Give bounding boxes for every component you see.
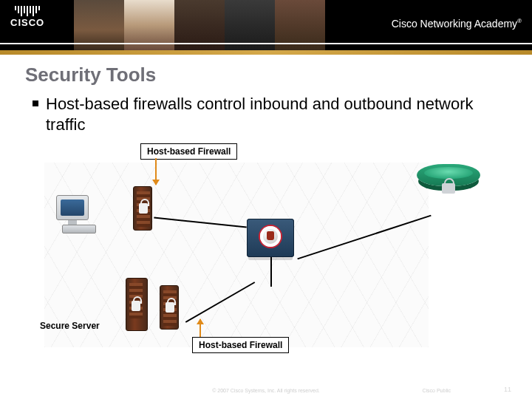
firewall-appliance-icon: [247, 219, 294, 257]
label-secure-server: Secure Server: [40, 321, 100, 331]
cisco-wordmark: CISCO: [10, 17, 44, 28]
label-host-firewall-top: Host-based Firewall: [140, 143, 237, 160]
iso-grid-floor: [44, 163, 429, 347]
accent-bar: [0, 50, 532, 55]
slide-footer: © 2007 Cisco Systems, Inc. All rights re…: [0, 388, 532, 393]
cisco-logo: CISCO: [10, 6, 44, 28]
secure-server-icon: [126, 278, 148, 331]
bullet-item: Host-based firewalls control inbound and…: [33, 94, 495, 134]
trademark: ®: [517, 18, 522, 24]
label-host-firewall-bottom: Host-based Firewall: [192, 337, 289, 353]
workstation-icon: [56, 195, 102, 236]
arrow-icon: [200, 319, 201, 337]
router-icon: [417, 158, 480, 191]
arrow-icon: [155, 158, 157, 185]
lock-icon: [166, 302, 174, 313]
header-rule: [0, 43, 532, 44]
slide-title: Security Tools: [25, 64, 532, 86]
copyright-text: © 2007 Cisco Systems, Inc. All rights re…: [212, 388, 320, 393]
slide-header: CISCO Cisco Networking Academy®: [0, 0, 532, 50]
classification-text: Cisco Public: [422, 388, 451, 393]
page-number: 11: [504, 386, 511, 393]
lock-icon: [442, 183, 455, 194]
cisco-bars-icon: [10, 6, 44, 16]
academy-label: Cisco Networking Academy®: [392, 18, 522, 30]
shield-icon: [260, 226, 281, 247]
lock-icon: [139, 203, 148, 214]
host-firewall-tower-icon: [133, 186, 152, 231]
network-diagram: Host-based Firewall Secure Server Host-b…: [44, 148, 488, 362]
host-firewall-tower-icon: [160, 285, 179, 330]
academy-text: Cisco Networking Academy: [392, 18, 517, 30]
lock-icon: [132, 301, 140, 311]
network-link: [270, 257, 272, 287]
bullet-text: Host-based firewalls control inbound and…: [46, 94, 495, 134]
bullet-icon: [33, 100, 38, 106]
